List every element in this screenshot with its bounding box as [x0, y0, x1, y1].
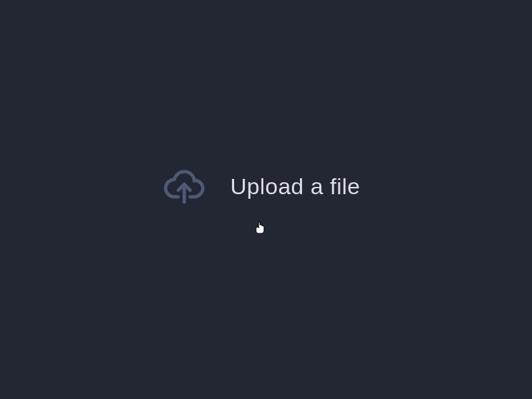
pointer-cursor-icon — [254, 221, 266, 233]
cloud-upload-icon — [161, 168, 207, 205]
upload-label: Upload a file — [230, 174, 360, 200]
upload-button[interactable]: Upload a file — [161, 168, 360, 205]
